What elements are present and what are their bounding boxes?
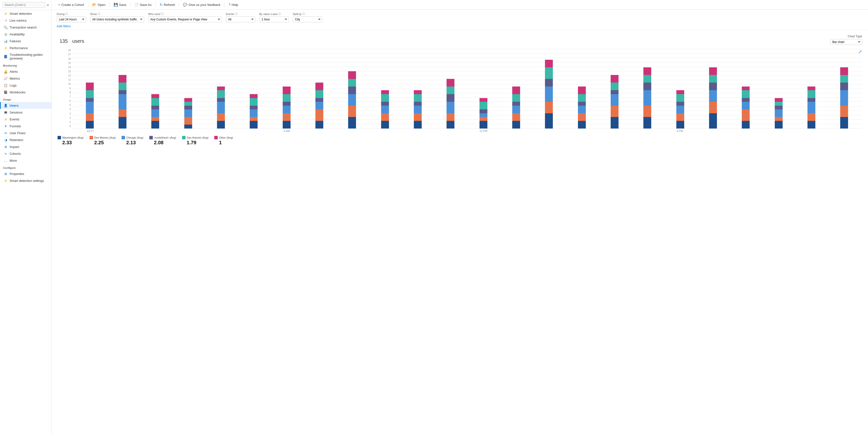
sidebar-item-logs[interactable]: 📋 Logs [0, 82, 52, 89]
sidebar-item-live-metrics[interactable]: ↗ Live metrics [0, 17, 52, 24]
collapse-sidebar-button[interactable]: « [47, 3, 49, 7]
bar-segment [414, 94, 422, 102]
sidebar-item-retention[interactable]: ◑ Retention [0, 136, 52, 143]
bar-segment [381, 121, 389, 129]
bar-group[interactable] [74, 82, 105, 129]
bar-segment [414, 106, 422, 113]
troubleshooting-guides-icon: 📘 [4, 55, 8, 59]
open-button[interactable]: 📂Open [90, 1, 108, 8]
bar-group[interactable] [664, 90, 696, 129]
bar-segment [151, 94, 159, 98]
sidebar-item-user-flows[interactable]: ⇌ User Flows [0, 130, 52, 136]
legend-item-undefined: <undefined> (Avg)2.08 [149, 136, 176, 145]
bar-group[interactable] [336, 71, 368, 129]
bar-segment [840, 90, 848, 105]
bar-group[interactable] [303, 82, 335, 129]
users-icon: 👤 [4, 103, 8, 107]
x-axis-label [402, 130, 434, 132]
sidebar-item-alerts[interactable]: 🔔 Alerts [0, 68, 52, 75]
bar-group[interactable] [598, 75, 630, 129]
bar-segment [283, 102, 290, 106]
bar-segment [86, 90, 94, 98]
legend-item-san-antonio: San Antonio (Avg)1.79 [182, 136, 208, 145]
add-filters-link[interactable]: Add filters [57, 24, 71, 28]
bar-group[interactable] [631, 67, 663, 129]
sidebar-item-troubleshooting-guides[interactable]: 📘 Troubleshooting guides (preview) [0, 52, 52, 62]
search-input[interactable] [2, 2, 45, 8]
bar-group[interactable] [467, 98, 499, 129]
bar-group[interactable] [140, 94, 171, 129]
events-select[interactable]: All [226, 16, 255, 22]
sidebar-item-availability[interactable]: ◎ Availability [0, 31, 52, 38]
sidebar-item-metrics[interactable]: 📈 Metrics [0, 75, 52, 82]
sidebar-item-workbooks[interactable]: 📓 Workbooks [0, 89, 52, 96]
sidebar-item-impact[interactable]: ⊕ Impact [0, 143, 52, 150]
feedback-label: Give us your feedback [188, 3, 220, 7]
bar-group[interactable] [730, 87, 762, 129]
bar-stack [643, 67, 651, 129]
show-select[interactable]: All Users including synthetic traffic [90, 16, 144, 22]
legend-value-san-antonio: 1.79 [182, 140, 208, 145]
sidebar-item-smart-detection[interactable]: ⚡ Smart detection [0, 10, 52, 17]
sidebar-item-sessions[interactable]: 💻 Sessions [0, 109, 52, 116]
bar-group[interactable] [500, 87, 532, 129]
bar-group[interactable] [796, 87, 827, 129]
bar-group[interactable] [402, 90, 434, 129]
bars-row [72, 49, 862, 129]
bar-segment [184, 109, 192, 117]
bar-group[interactable] [238, 94, 270, 129]
bar-segment [119, 117, 126, 129]
during-select[interactable]: Last 24 hours [57, 16, 86, 22]
bar-group[interactable] [763, 98, 795, 129]
bar-segment [446, 121, 455, 129]
help-button[interactable]: ?Help [226, 1, 241, 8]
sidebar-item-users[interactable]: 👤 Users [0, 102, 52, 109]
who-used-select[interactable]: Any Custom Events, Request or Page View [148, 16, 222, 22]
bar-group[interactable] [566, 87, 598, 129]
feedback-button[interactable]: 💬Give us your feedback [181, 1, 223, 8]
save-as-button[interactable]: 📄Save As [132, 1, 154, 8]
bar-group[interactable] [106, 75, 138, 129]
bar-segment [446, 87, 455, 94]
sidebar-item-properties[interactable]: ⊞ Properties [0, 170, 52, 177]
legend-item-des-moines: Des Moines (Avg)2.25 [90, 136, 116, 145]
bar-segment [446, 79, 455, 87]
sidebar-item-more[interactable]: … More [0, 157, 52, 164]
legend-name-des-moines: Des Moines (Avg) [94, 136, 116, 139]
x-axis-label [369, 130, 402, 132]
bar-stack [446, 79, 455, 129]
sidebar-item-transaction-search[interactable]: 🔍 Transaction search [0, 24, 52, 31]
create-cohort-label: Create a Cohort [61, 3, 84, 7]
sidebar-item-performance[interactable]: ⚡ Performance [0, 44, 52, 52]
bar-stack [283, 87, 290, 129]
open-label: Open [98, 3, 105, 7]
bar-stack [840, 67, 848, 129]
create-cohort-button[interactable]: +Create a Cohort [56, 1, 87, 8]
bar-group[interactable] [205, 87, 237, 129]
bar-segment [611, 82, 619, 90]
bar-group[interactable] [828, 67, 860, 129]
refresh-button[interactable]: ↻Refresh [157, 1, 178, 8]
bar-segment [775, 121, 783, 129]
bar-group[interactable] [435, 79, 466, 129]
sidebar-item-funnels[interactable]: ⛛ Funnels [0, 123, 52, 130]
sidebar-item-failures[interactable]: 📊 Failures [0, 38, 52, 44]
smart-detection-icon: ⚡ [4, 11, 8, 15]
bar-group[interactable] [533, 60, 565, 129]
split-by-filter-group: Split by ⓘ City [293, 12, 322, 22]
save-button[interactable]: 💾Save [111, 1, 129, 8]
sidebar-item-smart-detection-settings[interactable]: ⚡ Smart detection settings [0, 177, 52, 184]
sidebar-item-cohorts[interactable]: ≡ Cohorts [0, 150, 52, 157]
bar-segment [151, 109, 159, 117]
bar-group[interactable] [271, 87, 302, 129]
chart-type-select[interactable]: Bar chart [830, 39, 862, 45]
bar-group[interactable] [369, 90, 401, 129]
by-value-select[interactable]: 1 hour [259, 16, 289, 22]
bar-stack [119, 75, 126, 129]
bar-group[interactable] [697, 67, 729, 129]
split-by-select[interactable]: City [293, 16, 322, 22]
bar-group[interactable] [172, 98, 204, 129]
bar-segment [479, 113, 487, 117]
help-label: Help [232, 3, 239, 7]
sidebar-item-events[interactable]: ⚡ Events [0, 116, 52, 123]
